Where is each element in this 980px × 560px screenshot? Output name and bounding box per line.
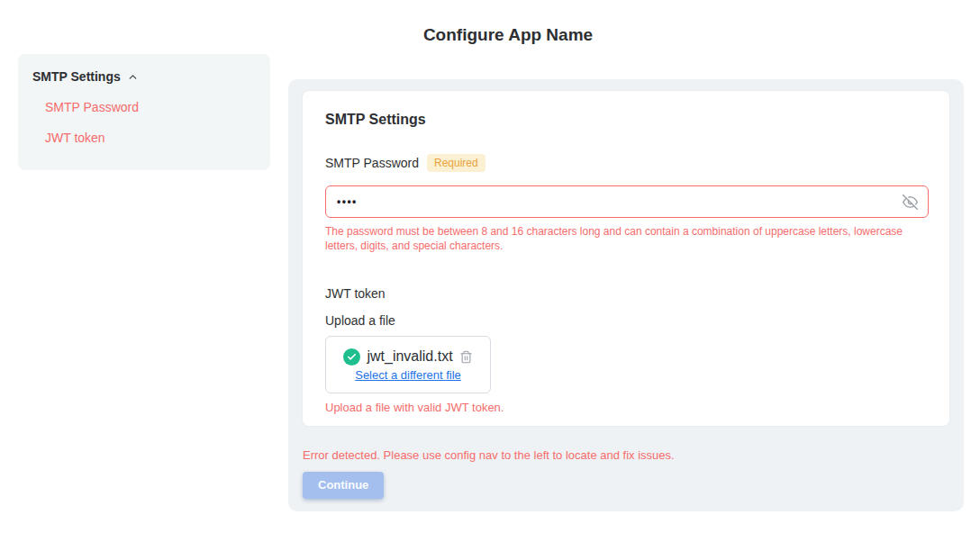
smtp-password-input[interactable] — [337, 195, 903, 208]
uploaded-file-name: jwt_invalid.txt — [367, 348, 452, 365]
jwt-token-error: Upload a file with valid JWT token. — [325, 401, 927, 414]
check-circle-icon — [343, 348, 360, 366]
file-upload-box: jwt_invalid.txt Select a different file — [325, 336, 491, 393]
form-error-message: Error detected. Please use config nav to… — [303, 448, 950, 462]
select-different-file-link[interactable]: Select a different file — [355, 368, 461, 382]
smtp-password-label-row: SMTP Password Required — [325, 154, 927, 172]
sidebar-item-jwt-token[interactable]: JWT token — [32, 131, 256, 145]
required-badge: Required — [427, 154, 485, 172]
upload-file-label: Upload a file — [325, 313, 927, 328]
jwt-token-label: JWT token — [325, 286, 927, 301]
config-panel: SMTP Settings SMTP Password Required The… — [288, 79, 964, 511]
page-title: Configure App Name — [36, 25, 980, 45]
smtp-password-error: The password must be between 8 and 16 ch… — [325, 224, 924, 253]
smtp-password-label: SMTP Password — [325, 156, 419, 170]
sidebar-section-label: SMTP Settings — [32, 69, 121, 84]
trash-icon[interactable] — [459, 349, 473, 365]
sidebar-item-smtp-password[interactable]: SMTP Password — [32, 100, 256, 114]
smtp-password-input-wrap — [325, 185, 929, 218]
uploaded-file-row: jwt_invalid.txt — [343, 348, 472, 366]
chevron-up-icon — [127, 71, 139, 83]
card-heading: SMTP Settings — [325, 112, 927, 128]
smtp-settings-card: SMTP Settings SMTP Password Required The… — [302, 90, 950, 427]
eye-off-icon[interactable] — [903, 194, 918, 210]
config-nav-sidebar: SMTP Settings SMTP Password JWT token — [18, 54, 270, 170]
continue-button[interactable]: Continue — [303, 472, 384, 499]
sidebar-section-smtp-settings[interactable]: SMTP Settings — [32, 69, 256, 84]
